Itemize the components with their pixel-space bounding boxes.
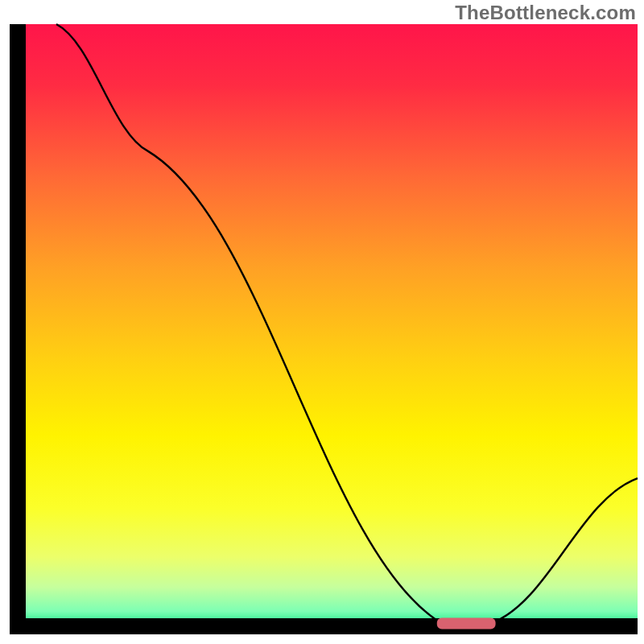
chart-stage: TheBottleneck.com [0,0,644,644]
bottleneck-chart [0,0,644,644]
watermark-text: TheBottleneck.com [455,2,636,24]
optimal-range-marker [437,618,496,630]
